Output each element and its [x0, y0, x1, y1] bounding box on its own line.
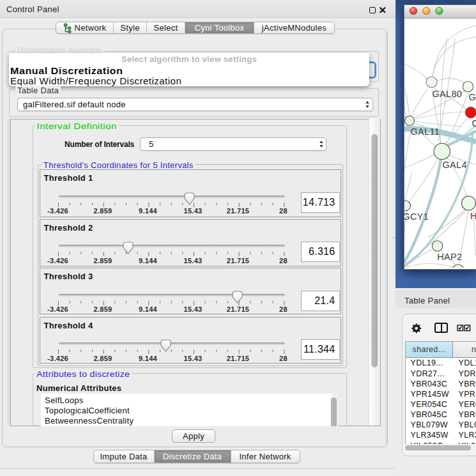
svg-text:HAP2: HAP2 [437, 252, 462, 262]
svg-text:GA: GA [469, 92, 476, 102]
svg-text:HIS4: HIS4 [470, 211, 476, 221]
svg-text:GAL80: GAL80 [433, 89, 463, 99]
svg-text:GAL11: GAL11 [411, 127, 440, 137]
svg-text:GAL4: GAL4 [443, 160, 467, 170]
svg-text:GCY1: GCY1 [404, 211, 429, 222]
svg-text:CY: CY [472, 118, 476, 128]
